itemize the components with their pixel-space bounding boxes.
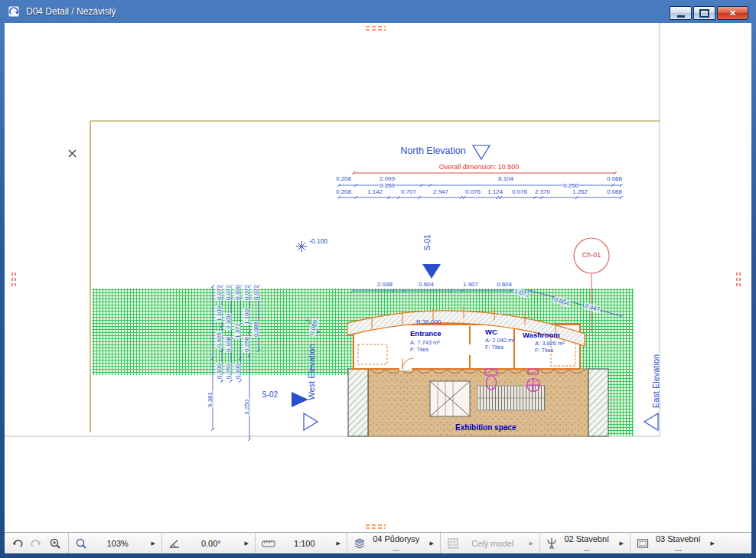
minimize-icon <box>677 15 685 18</box>
dimension-label: 8.104 <box>497 175 514 182</box>
layout-icon <box>637 538 649 549</box>
model-view-icon <box>447 537 459 550</box>
dimension-label: 1.262 <box>572 188 588 195</box>
rotation-menu-arrow[interactable]: ▶ <box>242 540 249 547</box>
drawing-canvas[interactable]: North Elevation Overall dimension: 10.50… <box>5 23 751 532</box>
section-s02-marker-icon <box>292 392 308 407</box>
dimension-label: 0.604 <box>496 281 513 288</box>
redo-button[interactable] <box>29 536 43 551</box>
dimension-label: 1.100 <box>243 308 250 325</box>
layer-combination-control[interactable]: 04 Půdorysy ... ▶ <box>347 533 441 553</box>
dimension-label: 1.100 <box>216 305 223 322</box>
room-name-wc: WC <box>485 328 497 336</box>
dimension-label: 0.072 <box>216 284 223 301</box>
zoom-in-button[interactable] <box>48 536 62 551</box>
dimension-label: 9.381 <box>207 391 213 408</box>
layer-menu-arrow[interactable]: ▶ <box>427 540 434 547</box>
dimension-label: 1.124 <box>487 188 503 195</box>
west-elevation-marker-icon <box>304 413 318 430</box>
section-s01-marker-icon <box>422 264 441 279</box>
dimension-label: 2.370 <box>534 188 551 195</box>
ruler-icon <box>262 538 275 549</box>
dimension-label: 2.947 <box>432 188 449 195</box>
layer-combination-value: 04 Půdorysy ... <box>370 534 422 553</box>
dimension-label: 0.208 <box>335 188 352 195</box>
dimension-label: 0.088 <box>606 188 623 195</box>
room-floor-entrance: F: Tiles <box>410 346 429 353</box>
drawing-linework <box>5 23 751 532</box>
room-area-wc: A: 2.040 m² <box>485 337 515 344</box>
layout-book-control[interactable]: 03 Stavební ... ▶ <box>631 533 721 553</box>
rotation-value: 0.00° <box>185 539 237 548</box>
dimension-label: 0.707 <box>400 188 417 195</box>
dimension-label: 0.086 <box>253 321 259 338</box>
section-s01-label[interactable]: S-01 <box>423 234 432 250</box>
room-name-entrance: Entrance <box>410 329 442 338</box>
minimize-button[interactable] <box>670 6 692 20</box>
dimension-label: 0.625 <box>216 331 223 348</box>
zoom-icon <box>75 537 87 550</box>
rotation-control[interactable]: 0.00° ▶ <box>162 533 256 553</box>
scale-value: 1:100 <box>280 539 329 548</box>
east-elevation-marker-icon <box>644 413 658 430</box>
dimension-label: 0.256 <box>243 336 250 353</box>
dimension-label: 0.100 <box>234 284 241 301</box>
maximize-button[interactable] <box>693 6 715 20</box>
rotate-icon <box>168 537 181 550</box>
dimension-label: 0.100 <box>216 363 223 380</box>
change-marker-label[interactable]: Ch-01 <box>582 251 601 259</box>
zoom-in-icon <box>49 537 61 550</box>
overall-dimension-label: Overall dimension: 10.500 <box>422 163 536 171</box>
pen-set-value: 02 Stavební ... <box>562 534 612 553</box>
north-elevation-label[interactable]: North Elevation <box>387 145 479 156</box>
redo-icon <box>30 537 42 550</box>
pen-menu-arrow[interactable]: ▶ <box>617 540 624 547</box>
window-icon <box>8 5 21 18</box>
scale-control[interactable]: 1:100 ▶ <box>256 533 347 553</box>
undo-button[interactable] <box>11 536 24 551</box>
dimension-label: 0.208 <box>335 175 352 182</box>
bottom-toolbar: 103% ▶ 0.00° ▶ 1:100 ▶ 04 Půdorysy ... ▶… <box>5 532 751 553</box>
maximize-icon <box>699 9 709 18</box>
west-elevation-label[interactable]: West Elevation <box>307 344 316 400</box>
room-floor-washroom: F: Tiles <box>535 347 553 354</box>
zoom-control[interactable]: 103% ▶ <box>69 533 162 553</box>
dimension-label: 0.108 <box>225 336 232 353</box>
pen-icon <box>546 537 557 550</box>
close-button[interactable]: ✕ <box>717 6 748 20</box>
dimension-label: 0.072 <box>253 284 259 301</box>
dimension-label: 0.088 <box>606 175 623 182</box>
model-view-control: Celý model ▶ <box>441 533 540 553</box>
section-s02-label[interactable]: S-02 <box>262 390 278 399</box>
undo-icon <box>11 537 24 550</box>
layers-icon <box>354 537 366 550</box>
title-bar[interactable]: D04 Detail / Nezávislý ✕ <box>0 0 756 23</box>
pen-set-control[interactable]: 02 Stavební ... ▶ <box>540 533 631 553</box>
dimension-label: 1.142 <box>367 188 383 195</box>
room-area-entrance: A: 7.743 m² <box>410 339 440 346</box>
room-name-exhibition: Exhibition space <box>455 423 516 432</box>
level-dimension-label: -0.100 <box>309 237 327 245</box>
dimension-label: 0.604 <box>418 281 435 288</box>
room-area-washroom: A: 3.826 m² <box>535 340 565 347</box>
dimension-label: 2.938 <box>376 281 393 288</box>
dimension-label: 2.100 <box>225 313 232 330</box>
dimension-label: 2.099 <box>379 175 396 182</box>
layout-book-value: 03 Stavební ... <box>653 534 703 553</box>
dimension-label: 3.250 <box>243 399 250 416</box>
dimension-label: 1.372 <box>234 322 241 339</box>
dimension-label: 1.907 <box>462 281 479 288</box>
east-elevation-label[interactable]: East Elevation <box>651 354 660 408</box>
zoom-value: 103% <box>92 539 144 548</box>
zoom-menu-arrow[interactable]: ▶ <box>148 540 155 547</box>
room-floor-wc: F: Tiles <box>485 344 503 351</box>
room-name-washroom: Washroom <box>523 331 560 339</box>
dimension-label: 0.072 <box>243 284 250 301</box>
model-view-value: Celý model <box>464 539 522 548</box>
layout-menu-arrow[interactable]: ▶ <box>708 540 715 547</box>
model-menu-arrow: ▶ <box>526 540 533 547</box>
dimension-label: 0.100 <box>234 363 241 380</box>
dimension-label: 0.250 <box>225 363 232 380</box>
scale-menu-arrow[interactable]: ▶ <box>334 540 341 547</box>
app-window: D04 Detail / Nezávislý ✕ <box>0 0 756 558</box>
